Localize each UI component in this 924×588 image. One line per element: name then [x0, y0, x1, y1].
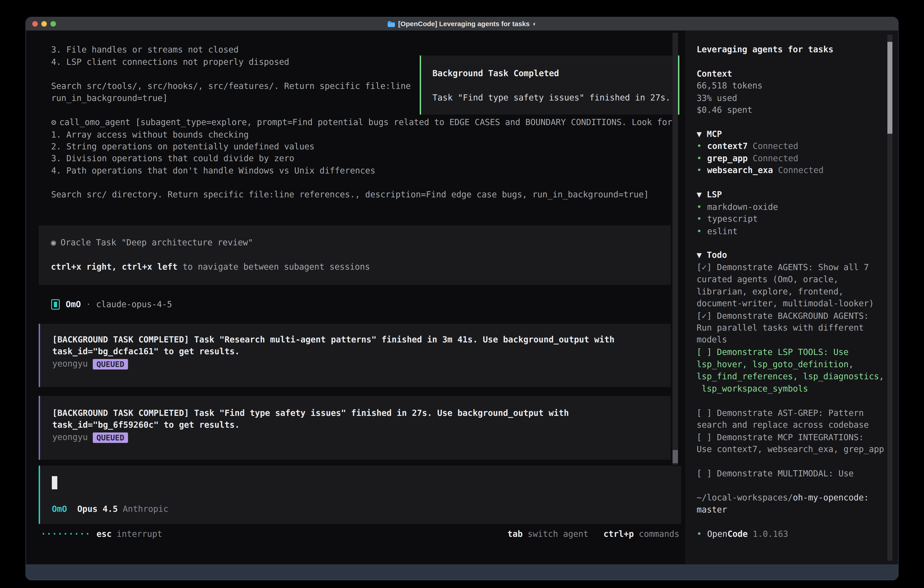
todo-line: curated agents (OmO, oracle,: [696, 274, 838, 285]
todo-section-header[interactable]: ▼ Todo: [696, 249, 727, 261]
output-line: run_in_background=true]: [51, 92, 168, 104]
oracle-task-hint-line: ctrl+x right, ctrl+x left to navigate be…: [51, 261, 370, 273]
workspace-path: ~/local-workspaces/oh-my-opencode:: [696, 492, 869, 504]
output-line: 3. Division operations that could divide…: [51, 153, 294, 164]
mcp-server-status: Connected: [753, 141, 798, 151]
todo-line-active: [ ] Demonstrate LSP TOOLS: Use: [696, 346, 848, 358]
tab-key-hint: tab: [508, 529, 523, 539]
output-line: 4. LSP client connections not properly d…: [51, 56, 289, 68]
lsp-server-name: eslint: [707, 226, 738, 236]
prompt-input[interactable]: OmOOpus 4.5Anthropic: [39, 466, 681, 524]
folder-icon: [387, 21, 395, 27]
minimize-button[interactable]: [41, 21, 47, 26]
window-bottom-strip: [26, 564, 898, 580]
output-line: 4. Path operations that don't handle Win…: [51, 165, 375, 177]
title-bar: [OpenCode] Leveraging agents for tasks ◐: [26, 17, 898, 30]
todo-line-active: lsp_hover, lsp_goto_definition,: [696, 358, 854, 370]
output-line: 2. String operations on potentially unde…: [51, 141, 314, 153]
shortcut-hint: to navigate between subagent sessions: [178, 262, 370, 272]
mcp-server-status: Connected: [753, 154, 798, 163]
bullet-icon: •: [696, 214, 702, 224]
lsp-server-name: markdown-oxide: [707, 202, 778, 212]
zoom-button[interactable]: [51, 21, 56, 26]
todo-line-active: lsp_workspace_symbols: [696, 383, 808, 395]
session-sidebar: Leveraging agents for tasks Context 66,5…: [685, 30, 899, 565]
todo-line-active: lsp_find_references, lsp_diagnostics,: [696, 371, 884, 382]
mcp-server-name: context7: [707, 141, 747, 151]
message-meta: yeongyuQUEUED: [52, 358, 128, 370]
text-cursor: [52, 476, 57, 489]
traffic-lights: [32, 21, 56, 26]
bullet-icon: •: [696, 141, 702, 151]
status-badge: QUEUED: [93, 359, 128, 370]
bullet-icon: •: [696, 226, 702, 236]
shortcut-keys: ctrl+x right, ctrl+x left: [51, 262, 178, 272]
mcp-server-status: Connected: [778, 165, 823, 175]
oracle-task-title: Oracle Task "Deep architecture review": [61, 238, 253, 248]
todo-line: librarian, explore, frontend,: [696, 286, 843, 297]
background-task-message: [BACKGROUND TASK COMPLETED] Task "Resear…: [39, 324, 671, 387]
output-line: Search src/tools/, src/hooks/, src/featu…: [51, 80, 411, 92]
session-state-icon: ◐: [533, 20, 537, 28]
mcp-item: •context7Connected: [696, 140, 798, 152]
git-branch: master: [696, 504, 727, 516]
tab-key-label: switch agent: [528, 529, 588, 539]
todo-line: models: [696, 334, 727, 345]
message-line: task_id="bg_dcfac161" to get results.: [52, 345, 240, 357]
author-name: yeongyu: [52, 432, 88, 442]
todo-line: search and replace across codebase: [696, 419, 869, 431]
app-name-bold: Code: [727, 529, 747, 539]
message-line: task_id="bg_6f59260c" to get results.: [52, 419, 240, 431]
background-task-notification: Background Task Completed Task "Find typ…: [420, 56, 679, 115]
record-icon: ◉: [51, 238, 56, 248]
main-scrollbar-thumb[interactable]: [673, 450, 678, 463]
message-meta: yeongyuQUEUED: [52, 431, 128, 443]
main-scrollbar-track[interactable]: [673, 33, 678, 465]
todo-line: Use context7, websearch_exa, grep_app: [696, 443, 884, 455]
todo-line: [✓] Demonstrate BACKGROUND AGENTS:: [696, 310, 869, 322]
input-agent-name: OmO: [52, 504, 67, 514]
app-version-number: 1.0.163: [753, 529, 788, 539]
lsp-section-header[interactable]: ▼ LSP: [696, 189, 722, 201]
statusbar-right: tabswitch agentctrl+pcommands: [508, 528, 679, 540]
agent-chip: OmO · claude-opus-4-5: [51, 298, 172, 311]
ctrlp-key-label: commands: [639, 529, 679, 539]
mcp-item: •websearch_exaConnected: [696, 164, 823, 176]
input-model-row: OmOOpus 4.5Anthropic: [52, 503, 168, 515]
todo-line: [ ] Demonstrate MCP INTEGRATIONS:: [696, 431, 864, 443]
bullet-icon: •: [696, 154, 702, 163]
context-used: 33% used: [696, 92, 737, 104]
tool-call-line: ⚙call_omo_agent [subagent_type=explore, …: [51, 116, 672, 128]
oracle-task-title-line: ◉Oracle Task "Deep architecture review": [51, 237, 253, 249]
output-line: Search src/ directory. Return specific f…: [51, 189, 649, 201]
status-badge: QUEUED: [93, 433, 128, 443]
notification-body: Task "Find type safety issues" finished …: [432, 92, 670, 104]
statusbar-left: ·········escinterrupt: [41, 528, 162, 540]
sidebar-scrollbar-thumb[interactable]: [888, 42, 893, 134]
app-version-row: •OpenCode1.0.163: [696, 528, 788, 540]
oracle-task-panel: ◉Oracle Task "Deep architecture review" …: [39, 225, 671, 285]
output-line: 3. File handles or streams not closed: [51, 44, 239, 56]
bullet-icon: •: [696, 529, 702, 539]
input-model-name: Opus 4.5: [77, 504, 118, 514]
ctrlp-key-hint: ctrl+p: [604, 529, 634, 539]
lsp-item: •typescript: [696, 213, 758, 225]
lsp-item: •markdown-oxide: [696, 201, 778, 213]
context-tokens: 66,518 tokens: [696, 80, 762, 92]
lsp-item: •eslint: [696, 226, 738, 237]
output-line: 1. Array access without bounds checking: [51, 129, 249, 141]
message-line: [BACKGROUND TASK COMPLETED] Task "Find t…: [52, 407, 569, 419]
esc-key-hint: esc: [96, 529, 112, 539]
bullet-icon: •: [696, 165, 702, 175]
mcp-server-name: websearch_exa: [707, 165, 773, 175]
mcp-server-name: grep_app: [707, 154, 747, 163]
todo-line: [ ] Demonstrate MULTIMODAL: Use: [696, 468, 854, 479]
todo-line: [✓] Demonstrate AGENTS: Show all 7: [696, 261, 869, 273]
close-button[interactable]: [32, 21, 38, 26]
window-title-text: [OpenCode] Leveraging agents for tasks: [398, 20, 530, 28]
window-title: [OpenCode] Leveraging agents for tasks ◐: [387, 20, 536, 28]
session-title: Leveraging agents for tasks: [696, 44, 833, 56]
mcp-section-header[interactable]: ▼ MCP: [696, 128, 722, 140]
workspace-path-prefix: ~/local-workspaces/: [696, 493, 793, 502]
separator-dot: ·: [81, 299, 96, 311]
